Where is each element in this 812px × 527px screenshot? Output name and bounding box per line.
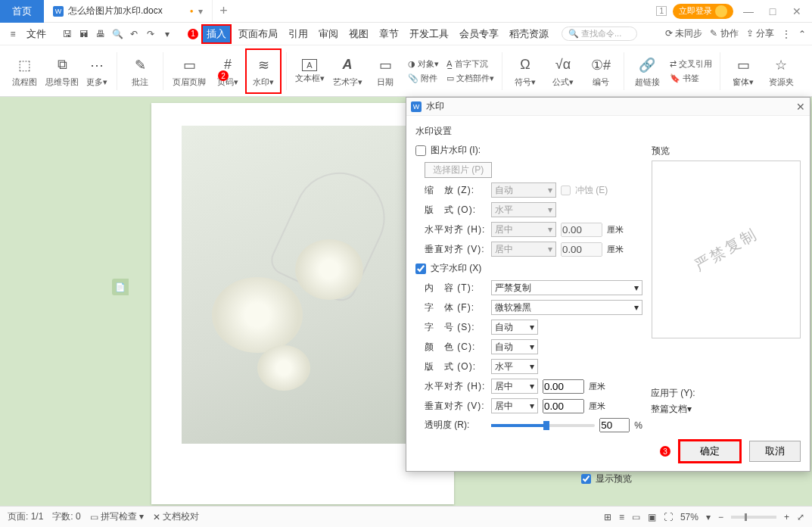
layout2-select[interactable]: 水平▾ [491,359,538,374]
view-icon-2[interactable]: ≡ [619,512,624,522]
valign-select[interactable]: 居中▾ [491,242,556,257]
ribbon-numbering[interactable]: ①#编号 [583,48,619,94]
word-count[interactable]: 字数: 0 [52,510,80,523]
more-icon[interactable]: ⋮ [782,29,791,39]
menu-insert[interactable]: 插入 [201,24,232,44]
washout-checkbox[interactable] [561,186,571,195]
fit-icon[interactable]: ⛶ [664,512,673,522]
spellcheck-button[interactable]: ▭ 拼写检查 ▾ [90,510,144,523]
pic-watermark-label: 图片水印 (I): [431,144,481,157]
halign2-spin[interactable] [543,379,584,394]
layout-select[interactable]: 水平▾ [491,202,556,217]
ribbon-flowchart[interactable]: ⬚流程图 [6,48,42,94]
ribbon-date[interactable]: ▭日期 [367,48,403,94]
menu-member[interactable]: 会员专享 [456,26,502,42]
tab-home[interactable]: 首页 [0,0,44,23]
dialog-titlebar[interactable]: W 水印 ✕ [406,98,810,116]
doc-dropdown-icon[interactable]: ▾ [198,6,203,17]
ribbon-comment[interactable]: ✎批注 [122,48,158,94]
command-search[interactable]: 🔍 查找命令... [562,27,637,41]
redo-icon[interactable]: ↷ [144,27,157,41]
ribbon-dropcap[interactable]: A̲首字下沉 [443,58,497,70]
dropdown-icon[interactable]: ▾ [160,27,174,41]
ribbon-headerfooter[interactable]: ▭页眉页脚 [168,48,210,94]
ribbon-equation[interactable]: √α公式▾ [545,48,581,94]
menu-review[interactable]: 审阅 [315,26,342,42]
view-icon-1[interactable]: ⊞ [604,512,611,522]
ribbon-wordart[interactable]: A艺术字▾ [329,48,366,94]
pic-watermark-checkbox[interactable] [415,145,426,156]
color-select[interactable]: 自动▾ [491,339,538,354]
ribbon-symbol[interactable]: Ω符号▾ [507,48,543,94]
halign-select[interactable]: 居中▾ [491,222,556,237]
menu-pagelayout[interactable]: 页面布局 [235,26,282,42]
share-button[interactable]: ⇪ 分享 [746,27,774,40]
ribbon-watermark[interactable]: ≋水印▾ [245,48,282,94]
dialog-close-button[interactable]: ✕ [796,101,805,113]
ribbon-textbox[interactable]: A文本框▾ [291,48,328,94]
zoom-slider[interactable] [731,516,776,519]
login-button[interactable]: 立即登录 [673,4,733,19]
ribbon-crossref[interactable]: ⇄交叉引用 [667,58,715,70]
ribbon-more[interactable]: ⋯更多▾ [82,48,112,94]
zoom-in[interactable]: + [784,512,789,522]
new-tab-button[interactable]: + [213,3,235,19]
view-icon-3[interactable]: ▭ [632,512,640,522]
ribbon-attachment[interactable]: 📎附件 [405,72,442,85]
zoom-select[interactable]: 自动▾ [491,182,556,198]
valign-spin[interactable] [561,242,602,257]
undo-icon[interactable]: ↶ [127,27,141,41]
side-tab-icon[interactable]: 📄 [112,279,129,295]
ribbon-hyperlink[interactable]: 🔗超链接 [629,48,665,94]
sync-status[interactable]: ⟳ 未同步 [665,27,702,40]
content-select[interactable]: 严禁复制▾ [491,280,642,295]
ribbon-resource[interactable]: ☆资源夹 [763,48,799,94]
menu-docer[interactable]: 稻壳资源 [506,26,552,42]
opacity-slider[interactable] [491,424,595,427]
collapse-icon[interactable]: ⌃ [798,29,806,39]
view-icon-4[interactable]: ▣ [648,512,656,522]
ribbon-mindmap[interactable]: ⧉思维导图 [44,48,80,94]
select-pic-button[interactable]: 选择图片 (P) [425,162,492,178]
show-preview-checkbox[interactable] [581,474,591,484]
halign2-select[interactable]: 居中▾ [491,379,538,394]
valign2-spin[interactable] [543,399,584,413]
valign2-select[interactable]: 居中▾ [491,398,538,413]
saveas-icon[interactable]: 🖬 [77,27,91,41]
ok-button[interactable]: 确定 [678,439,742,463]
menu-reference[interactable]: 引用 [285,26,312,42]
preview-box: 严禁复制 [652,161,801,338]
file-menu[interactable]: 文件 [23,26,50,42]
ribbon-object[interactable]: ◑对象▾ [405,58,442,70]
close-button[interactable]: ✕ [788,5,806,17]
menu-section[interactable]: 章节 [375,26,403,42]
ribbon-pagenum[interactable]: 2#页码▾ [212,48,244,94]
collab-button[interactable]: ✎ 协作 [710,27,738,40]
zoom-value[interactable]: 57% [680,512,698,522]
zoom-out[interactable]: − [718,512,723,522]
opacity-value[interactable] [599,418,630,432]
font-select[interactable]: 微软雅黑▾ [491,300,642,315]
print-icon[interactable]: 🖶 [94,27,107,41]
ribbon-bookmark[interactable]: 🔖书签 [667,72,715,85]
ribbon-form[interactable]: ▭窗体▾ [725,48,761,94]
size-select[interactable]: 自动▾ [491,320,538,335]
halign-spin[interactable] [561,223,602,237]
preview-icon[interactable]: 🔍 [110,27,124,41]
menu-view[interactable]: 视图 [345,26,372,42]
size-label: 字 号 (S): [425,321,487,334]
cancel-button[interactable]: 取消 [749,441,801,462]
fullscreen-icon[interactable]: ⤢ [797,512,804,522]
menu-icon[interactable]: ≡ [6,27,20,41]
menu-devtools[interactable]: 开发工具 [406,26,453,42]
ribbon-parts[interactable]: ▭文档部件▾ [443,72,497,85]
page-indicator[interactable]: 页面: 1/1 [8,510,43,523]
minimize-button[interactable]: — [739,5,758,17]
text-watermark-checkbox[interactable] [415,264,426,274]
apply-select[interactable]: 整篇文档▾ [651,403,798,419]
tab-document[interactable]: W 怎么给图片加水印.docx ● ▾ [44,0,213,23]
proofread-button[interactable]: ✕ 文档校对 [153,510,199,523]
save-icon[interactable]: 🖫 [61,27,74,41]
zoom-dropdown[interactable]: ▾ [706,512,711,522]
maximize-button[interactable]: □ [764,5,782,17]
